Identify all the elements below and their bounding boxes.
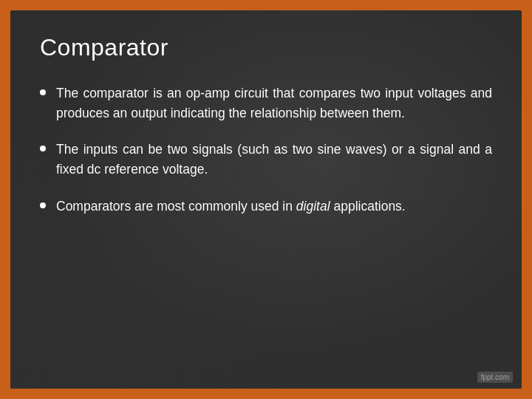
slide-content: Comparator The comparator is an op-amp c… bbox=[10, 10, 522, 389]
italic-text: digital bbox=[296, 199, 330, 214]
watermark: fppt.com bbox=[477, 372, 513, 383]
bullet-text-1: The comparator is an op-amp circuit that… bbox=[56, 83, 492, 123]
list-item: Comparators are most commonly used in di… bbox=[40, 197, 492, 216]
bullet-list: The comparator is an op-amp circuit that… bbox=[40, 83, 492, 216]
list-item: The inputs can be two signals (such as t… bbox=[40, 140, 492, 180]
bullet-text-3: Comparators are most commonly used in di… bbox=[56, 197, 492, 216]
bullet-dot bbox=[40, 89, 46, 95]
outer-frame: Comparator The comparator is an op-amp c… bbox=[0, 0, 532, 399]
slide-title: Comparator bbox=[40, 34, 492, 61]
bullet-dot bbox=[40, 146, 46, 151]
bullet-text-2: The inputs can be two signals (such as t… bbox=[56, 140, 492, 180]
bullet-dot bbox=[40, 202, 46, 208]
list-item: The comparator is an op-amp circuit that… bbox=[40, 83, 492, 123]
